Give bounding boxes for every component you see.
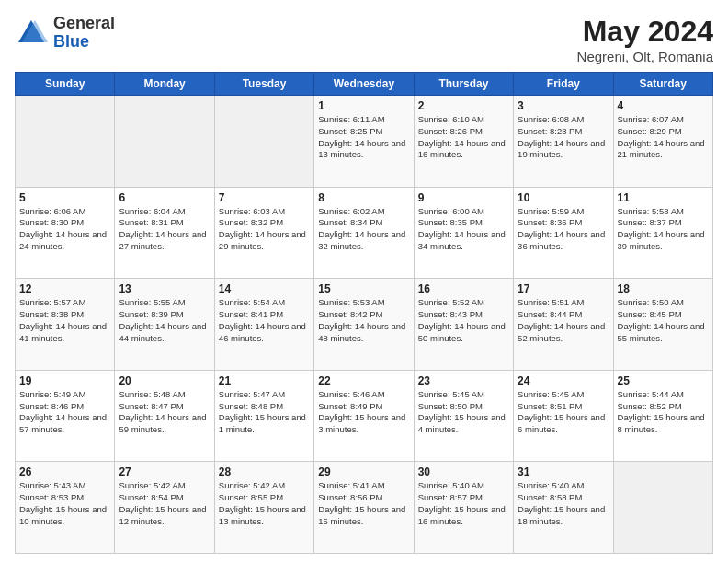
table-row [115,96,214,188]
table-row: 16Sunrise: 5:52 AM Sunset: 8:43 PM Dayli… [414,279,513,371]
day-number: 29 [318,465,409,478]
day-number: 5 [19,191,110,204]
logo-icon [15,17,48,50]
table-row: 4Sunrise: 6:07 AM Sunset: 8:29 PM Daylig… [613,96,712,188]
table-row: 1Sunrise: 6:11 AM Sunset: 8:25 PM Daylig… [314,96,414,188]
day-number: 16 [418,282,509,295]
table-row: 30Sunrise: 5:40 AM Sunset: 8:57 PM Dayli… [414,462,513,554]
table-row: 31Sunrise: 5:40 AM Sunset: 8:58 PM Dayli… [514,462,613,554]
day-info: Sunrise: 5:47 AM Sunset: 8:48 PM Dayligh… [219,389,310,436]
table-row [16,96,115,188]
day-info: Sunrise: 5:51 AM Sunset: 8:44 PM Dayligh… [518,297,609,344]
calendar-week-row: 5Sunrise: 6:06 AM Sunset: 8:30 PM Daylig… [16,187,713,279]
day-number: 30 [418,465,509,478]
table-row: 22Sunrise: 5:46 AM Sunset: 8:49 PM Dayli… [314,370,414,462]
table-row: 20Sunrise: 5:48 AM Sunset: 8:47 PM Dayli… [115,370,214,462]
table-row: 6Sunrise: 6:04 AM Sunset: 8:31 PM Daylig… [115,187,214,279]
calendar-header-row: Sunday Monday Tuesday Wednesday Thursday… [16,73,713,96]
day-info: Sunrise: 5:57 AM Sunset: 8:38 PM Dayligh… [19,297,110,344]
calendar-week-row: 1Sunrise: 6:11 AM Sunset: 8:25 PM Daylig… [16,96,713,188]
day-number: 31 [518,465,609,478]
day-info: Sunrise: 6:10 AM Sunset: 8:26 PM Dayligh… [418,114,509,161]
day-info: Sunrise: 5:50 AM Sunset: 8:45 PM Dayligh… [618,297,709,344]
day-info: Sunrise: 5:46 AM Sunset: 8:49 PM Dayligh… [318,389,409,436]
calendar-week-row: 26Sunrise: 5:43 AM Sunset: 8:53 PM Dayli… [16,462,713,554]
table-row: 18Sunrise: 5:50 AM Sunset: 8:45 PM Dayli… [613,279,712,371]
table-row: 28Sunrise: 5:42 AM Sunset: 8:55 PM Dayli… [214,462,313,554]
day-info: Sunrise: 5:45 AM Sunset: 8:50 PM Dayligh… [418,389,509,436]
table-row: 25Sunrise: 5:44 AM Sunset: 8:52 PM Dayli… [613,370,712,462]
day-number: 2 [418,99,509,112]
day-number: 11 [618,191,709,204]
logo: General Blue [15,15,115,52]
calendar-week-row: 12Sunrise: 5:57 AM Sunset: 8:38 PM Dayli… [16,279,713,371]
day-number: 21 [219,374,310,387]
col-saturday: Saturday [613,73,712,96]
table-row: 24Sunrise: 5:45 AM Sunset: 8:51 PM Dayli… [514,370,613,462]
day-number: 15 [318,282,409,295]
logo-text: General Blue [53,15,115,52]
title-block: May 2024 Negreni, Olt, Romania [577,15,713,64]
day-info: Sunrise: 5:54 AM Sunset: 8:41 PM Dayligh… [219,297,310,344]
table-row: 17Sunrise: 5:51 AM Sunset: 8:44 PM Dayli… [514,279,613,371]
day-info: Sunrise: 5:40 AM Sunset: 8:58 PM Dayligh… [518,480,609,527]
day-number: 1 [318,99,409,112]
table-row: 19Sunrise: 5:49 AM Sunset: 8:46 PM Dayli… [16,370,115,462]
day-number: 24 [518,374,609,387]
table-row: 8Sunrise: 6:02 AM Sunset: 8:34 PM Daylig… [314,187,414,279]
day-info: Sunrise: 6:06 AM Sunset: 8:30 PM Dayligh… [19,206,110,253]
table-row: 2Sunrise: 6:10 AM Sunset: 8:26 PM Daylig… [414,96,513,188]
day-info: Sunrise: 5:53 AM Sunset: 8:42 PM Dayligh… [318,297,409,344]
day-info: Sunrise: 5:59 AM Sunset: 8:36 PM Dayligh… [518,206,609,253]
day-number: 19 [19,374,110,387]
day-number: 12 [19,282,110,295]
day-info: Sunrise: 5:42 AM Sunset: 8:54 PM Dayligh… [119,480,210,527]
table-row: 10Sunrise: 5:59 AM Sunset: 8:36 PM Dayli… [514,187,613,279]
title-location: Negreni, Olt, Romania [577,49,713,64]
day-info: Sunrise: 6:08 AM Sunset: 8:28 PM Dayligh… [518,114,609,161]
col-thursday: Thursday [414,73,513,96]
col-wednesday: Wednesday [314,73,414,96]
day-number: 22 [318,374,409,387]
day-number: 10 [518,191,609,204]
col-sunday: Sunday [16,73,115,96]
day-number: 8 [318,191,409,204]
day-info: Sunrise: 6:07 AM Sunset: 8:29 PM Dayligh… [618,114,709,161]
day-info: Sunrise: 5:55 AM Sunset: 8:39 PM Dayligh… [119,297,210,344]
day-info: Sunrise: 5:58 AM Sunset: 8:37 PM Dayligh… [618,206,709,253]
table-row: 15Sunrise: 5:53 AM Sunset: 8:42 PM Dayli… [314,279,414,371]
table-row [613,462,712,554]
day-number: 17 [518,282,609,295]
day-number: 26 [19,465,110,478]
day-number: 23 [418,374,509,387]
table-row: 5Sunrise: 6:06 AM Sunset: 8:30 PM Daylig… [16,187,115,279]
table-row: 7Sunrise: 6:03 AM Sunset: 8:32 PM Daylig… [214,187,313,279]
table-row: 29Sunrise: 5:41 AM Sunset: 8:56 PM Dayli… [314,462,414,554]
table-row: 3Sunrise: 6:08 AM Sunset: 8:28 PM Daylig… [514,96,613,188]
day-number: 18 [618,282,709,295]
col-friday: Friday [514,73,613,96]
day-info: Sunrise: 5:48 AM Sunset: 8:47 PM Dayligh… [119,389,210,436]
table-row: 14Sunrise: 5:54 AM Sunset: 8:41 PM Dayli… [214,279,313,371]
day-info: Sunrise: 5:49 AM Sunset: 8:46 PM Dayligh… [19,389,110,436]
day-info: Sunrise: 6:11 AM Sunset: 8:25 PM Dayligh… [318,114,409,161]
day-info: Sunrise: 5:52 AM Sunset: 8:43 PM Dayligh… [418,297,509,344]
table-row: 9Sunrise: 6:00 AM Sunset: 8:35 PM Daylig… [414,187,513,279]
calendar-week-row: 19Sunrise: 5:49 AM Sunset: 8:46 PM Dayli… [16,370,713,462]
day-number: 9 [418,191,509,204]
day-number: 14 [219,282,310,295]
day-info: Sunrise: 6:03 AM Sunset: 8:32 PM Dayligh… [219,206,310,253]
day-number: 3 [518,99,609,112]
day-info: Sunrise: 5:43 AM Sunset: 8:53 PM Dayligh… [19,480,110,527]
day-number: 25 [618,374,709,387]
day-number: 27 [119,465,210,478]
day-info: Sunrise: 5:41 AM Sunset: 8:56 PM Dayligh… [318,480,409,527]
day-number: 6 [119,191,210,204]
logo-blue-text: Blue [53,33,115,52]
table-row: 11Sunrise: 5:58 AM Sunset: 8:37 PM Dayli… [613,187,712,279]
table-row [214,96,313,188]
day-number: 4 [618,99,709,112]
day-info: Sunrise: 5:40 AM Sunset: 8:57 PM Dayligh… [418,480,509,527]
day-info: Sunrise: 5:44 AM Sunset: 8:52 PM Dayligh… [618,389,709,436]
day-number: 28 [219,465,310,478]
